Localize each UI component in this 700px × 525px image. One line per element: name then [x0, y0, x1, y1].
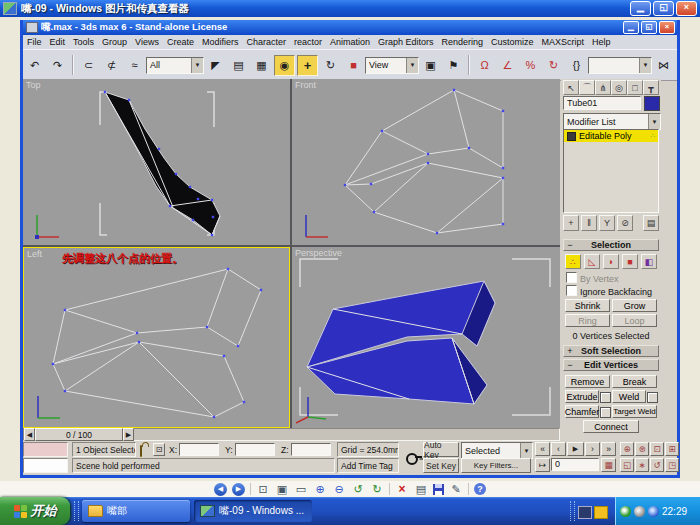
reference-coordinate-dropdown[interactable]: View ▼	[365, 57, 419, 74]
named-selection-sets-icon[interactable]: {}	[566, 55, 587, 76]
rotate-counterclockwise-icon[interactable]: ↺	[351, 482, 365, 496]
slideshow-icon[interactable]: ▭	[294, 482, 308, 496]
select-and-rotate-icon[interactable]: ↻	[320, 55, 341, 76]
previous-frame-icon[interactable]: ‹	[551, 442, 566, 456]
menu-views[interactable]: Views	[131, 37, 163, 47]
show-end-result-icon[interactable]: ‖	[581, 215, 597, 231]
shrink-button[interactable]: Shrink	[565, 299, 610, 312]
zoom-extents-icon[interactable]: ⊡	[650, 442, 664, 456]
use-pivot-center-icon[interactable]: ▣	[420, 55, 441, 76]
extrude-settings-icon[interactable]	[600, 392, 611, 403]
previous-image-icon[interactable]: ◀	[214, 483, 227, 496]
select-and-manipulate-icon[interactable]: ⚑	[443, 55, 464, 76]
minimize-button[interactable]: ▁	[630, 1, 651, 16]
selection-rollout-header[interactable]: − Selection	[563, 239, 659, 251]
key-filters-button[interactable]: Key Filters...	[461, 458, 531, 473]
max-close-button[interactable]: ×	[659, 21, 675, 34]
grow-button[interactable]: Grow	[612, 299, 657, 312]
play-animation-icon[interactable]: ▶	[567, 442, 584, 456]
time-slider-track[interactable]: ◀ 0 / 100 ▶	[23, 428, 560, 441]
menu-reactor[interactable]: reactor	[290, 37, 326, 47]
weld-button[interactable]: Weld	[612, 390, 646, 403]
save-icon[interactable]	[433, 484, 444, 495]
antivirus-tray-icon[interactable]	[620, 506, 631, 517]
time-slider-left-icon[interactable]: ◀	[24, 428, 35, 441]
edge-subobject-icon[interactable]: ◺	[584, 254, 600, 269]
x-coordinate-field[interactable]	[179, 443, 219, 456]
remove-button[interactable]: Remove	[565, 375, 610, 388]
print-icon[interactable]: ▤	[414, 482, 428, 496]
max-maximize-button[interactable]: ◱	[641, 21, 657, 34]
taskbar-task-viewer[interactable]: 嘴-09 - Windows ...	[194, 500, 312, 522]
absolute-offset-toggle-icon[interactable]: ⊡	[153, 443, 165, 456]
viewport-perspective[interactable]: Perspective	[292, 247, 560, 428]
select-object-icon[interactable]: ◤	[205, 55, 226, 76]
spinner-snap-icon[interactable]: ↻	[543, 55, 564, 76]
menu-create[interactable]: Create	[163, 37, 198, 47]
next-image-icon[interactable]: ▶	[232, 483, 245, 496]
element-subobject-icon[interactable]: ◧	[641, 254, 657, 269]
y-coordinate-field[interactable]	[235, 443, 275, 456]
menu-maxscript[interactable]: MAXScript	[538, 37, 589, 47]
add-time-tag-cell[interactable]: Add Time Tag	[337, 458, 399, 473]
object-color-swatch[interactable]	[644, 96, 660, 111]
taskbar-task-folder[interactable]: 嘴部	[82, 500, 190, 522]
display-tab-icon[interactable]: □	[627, 80, 643, 95]
viewport-front[interactable]: Front	[292, 79, 560, 245]
make-unique-icon[interactable]: Y	[599, 215, 615, 231]
selection-lock-icon[interactable]	[140, 445, 142, 457]
selection-set-dropdown[interactable]: Selected ▼	[461, 442, 533, 459]
object-name-field[interactable]: Tube01	[563, 96, 641, 110]
loop-button[interactable]: Loop	[612, 314, 657, 327]
pin-stack-icon[interactable]: +	[563, 215, 579, 231]
actual-size-icon[interactable]: ▣	[275, 482, 289, 496]
rotate-clockwise-icon[interactable]: ↻	[370, 482, 384, 496]
time-slider-right-icon[interactable]: ▶	[123, 428, 134, 441]
unlink-selection-icon[interactable]: ⊄	[101, 55, 122, 76]
z-coordinate-field[interactable]	[291, 443, 331, 456]
viewport-perspective-label[interactable]: Perspective	[295, 248, 342, 258]
rect-selection-region-icon[interactable]: ▦	[251, 55, 272, 76]
utility-tray-icon[interactable]	[634, 506, 645, 517]
region-zoom-icon[interactable]: ◱	[620, 458, 634, 472]
modifier-list-dropdown[interactable]: Modifier List ▼	[563, 113, 661, 130]
chamfer-button[interactable]: Chamfer	[565, 405, 599, 418]
extrude-button[interactable]: Extrude	[565, 390, 599, 403]
menu-modifiers[interactable]: Modifiers	[198, 37, 243, 47]
viewport-left[interactable]: Left 先调整这八个点的位置。	[23, 247, 290, 428]
best-fit-icon[interactable]: ⊡	[256, 482, 270, 496]
hierarchy-tab-icon[interactable]: ⋔	[595, 80, 611, 95]
language-tray-icon[interactable]	[594, 506, 608, 519]
edit-image-icon[interactable]: ✎	[449, 482, 463, 496]
go-to-end-icon[interactable]: »	[601, 442, 616, 456]
menu-help[interactable]: Help	[588, 37, 615, 47]
redo-icon[interactable]: ↷	[47, 55, 68, 76]
viewport-top[interactable]: Top	[23, 79, 290, 245]
edit-vertices-rollout-header[interactable]: − Edit Vertices	[563, 359, 659, 371]
maxscript-mini-listener-macro[interactable]	[23, 442, 68, 457]
align-icon[interactable]: ≡	[676, 55, 677, 76]
arc-rotate-icon[interactable]: ↺	[650, 458, 664, 472]
percent-snap-icon[interactable]: %	[520, 55, 541, 76]
zoom-all-icon[interactable]: ⊛	[635, 442, 649, 456]
keyboard-tray-icon[interactable]	[578, 506, 592, 519]
ignore-backfacing-row[interactable]: Ignore Backfacing	[566, 285, 652, 297]
undo-icon[interactable]: ↶	[24, 55, 45, 76]
select-and-move-icon[interactable]: +	[297, 55, 318, 76]
min-max-toggle-icon[interactable]: ◳	[665, 458, 679, 472]
restore-button[interactable]: ◱	[653, 1, 674, 16]
break-button[interactable]: Break	[612, 375, 657, 388]
create-tab-icon[interactable]: ↖	[563, 80, 579, 95]
go-to-start-icon[interactable]: «	[535, 442, 550, 456]
start-button[interactable]: 开始	[0, 497, 70, 525]
modifier-onoff-icon[interactable]	[567, 132, 576, 141]
select-and-scale-icon[interactable]: ■	[343, 55, 364, 76]
menu-group[interactable]: Group	[98, 37, 131, 47]
configure-modifier-sets-icon[interactable]: ▤	[643, 215, 659, 231]
max-minimize-button[interactable]: ▁	[623, 21, 639, 34]
menu-animation[interactable]: Animation	[326, 37, 374, 47]
bind-to-space-warp-icon[interactable]: ≈	[124, 55, 145, 76]
set-key-button[interactable]: Set Key	[423, 458, 459, 473]
weld-settings-icon[interactable]	[647, 392, 658, 403]
auto-key-button[interactable]: Auto Key	[423, 442, 459, 457]
